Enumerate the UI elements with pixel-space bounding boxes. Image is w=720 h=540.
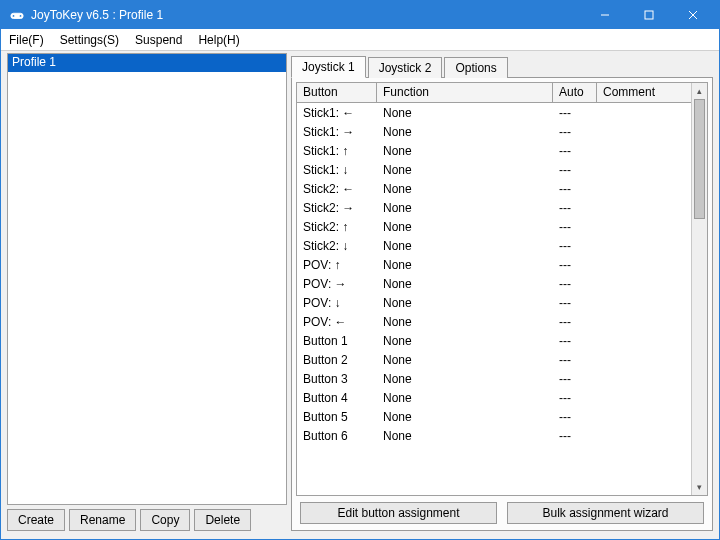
table-row[interactable]: Stick1: ←None---	[297, 103, 691, 122]
cell-auto: ---	[553, 200, 597, 216]
cell-comment	[597, 264, 691, 266]
table-row[interactable]: Button 5None---	[297, 407, 691, 426]
cell-auto: ---	[553, 333, 597, 349]
menu-file[interactable]: File(F)	[1, 29, 52, 50]
window-title: JoyToKey v6.5 : Profile 1	[31, 8, 583, 22]
scroll-up-icon[interactable]: ▴	[692, 83, 707, 99]
cell-auto: ---	[553, 352, 597, 368]
table-row[interactable]: POV: ←None---	[297, 312, 691, 331]
cell-auto: ---	[553, 428, 597, 444]
cell-button: Button 1	[297, 333, 377, 349]
close-button[interactable]	[671, 1, 715, 29]
tab-body: Button Function Auto Comment Stick1: ←No…	[291, 77, 713, 531]
table-row[interactable]: Button 4None---	[297, 388, 691, 407]
cell-function: None	[377, 314, 553, 330]
table-row[interactable]: Stick2: ←None---	[297, 179, 691, 198]
cell-function: None	[377, 105, 553, 121]
cell-comment	[597, 321, 691, 323]
bottom-buttons: Edit button assignment Bulk assignment w…	[296, 496, 708, 526]
right-pane: Joystick 1 Joystick 2 Options Button Fun…	[291, 53, 713, 531]
table-row[interactable]: Stick1: →None---	[297, 122, 691, 141]
cell-function: None	[377, 143, 553, 159]
table-row[interactable]: Button 3None---	[297, 369, 691, 388]
cell-function: None	[377, 371, 553, 387]
menu-help[interactable]: Help(H)	[190, 29, 247, 50]
profile-list[interactable]: Profile 1	[7, 53, 287, 505]
app-window: JoyToKey v6.5 : Profile 1 File(F) Settin…	[0, 0, 720, 540]
cell-function: None	[377, 238, 553, 254]
vertical-scrollbar[interactable]: ▴ ▾	[691, 83, 707, 495]
profile-buttons: Create Rename Copy Delete	[7, 509, 287, 531]
tab-joystick2[interactable]: Joystick 2	[368, 57, 443, 78]
cell-comment	[597, 245, 691, 247]
cell-function: None	[377, 219, 553, 235]
edit-assignment-button[interactable]: Edit button assignment	[300, 502, 497, 524]
tab-joystick1[interactable]: Joystick 1	[291, 56, 366, 78]
copy-button[interactable]: Copy	[140, 509, 190, 531]
menu-settings[interactable]: Settings(S)	[52, 29, 127, 50]
cell-comment	[597, 416, 691, 418]
delete-button[interactable]: Delete	[194, 509, 251, 531]
cell-button: POV: ↑	[297, 257, 377, 273]
cell-auto: ---	[553, 143, 597, 159]
bulk-wizard-button[interactable]: Bulk assignment wizard	[507, 502, 704, 524]
table-row[interactable]: Stick2: ↑None---	[297, 217, 691, 236]
table-row[interactable]: Button 1None---	[297, 331, 691, 350]
create-button[interactable]: Create	[7, 509, 65, 531]
cell-auto: ---	[553, 314, 597, 330]
cell-function: None	[377, 390, 553, 406]
grid-header: Button Function Auto Comment	[297, 83, 691, 103]
menu-suspend[interactable]: Suspend	[127, 29, 190, 50]
cell-button: POV: →	[297, 276, 377, 292]
minimize-button[interactable]	[583, 1, 627, 29]
cell-auto: ---	[553, 390, 597, 406]
cell-auto: ---	[553, 409, 597, 425]
table-row[interactable]: POV: ↓None---	[297, 293, 691, 312]
scroll-thumb[interactable]	[694, 99, 705, 219]
cell-comment	[597, 169, 691, 171]
menubar: File(F) Settings(S) Suspend Help(H)	[1, 29, 719, 51]
cell-comment	[597, 340, 691, 342]
table-row[interactable]: Stick2: ↓None---	[297, 236, 691, 255]
table-row[interactable]: Stick2: →None---	[297, 198, 691, 217]
table-row[interactable]: Button 6None---	[297, 426, 691, 445]
cell-button: Stick1: ↑	[297, 143, 377, 159]
cell-comment	[597, 226, 691, 228]
table-row[interactable]: Stick1: ↓None---	[297, 160, 691, 179]
cell-function: None	[377, 124, 553, 140]
table-row[interactable]: POV: ↑None---	[297, 255, 691, 274]
tab-options[interactable]: Options	[444, 57, 507, 78]
cell-function: None	[377, 276, 553, 292]
table-row[interactable]: POV: →None---	[297, 274, 691, 293]
cell-button: Button 3	[297, 371, 377, 387]
col-header-button[interactable]: Button	[297, 83, 377, 102]
col-header-auto[interactable]: Auto	[553, 83, 597, 102]
cell-button: Button 2	[297, 352, 377, 368]
col-header-comment[interactable]: Comment	[597, 83, 691, 102]
cell-comment	[597, 378, 691, 380]
table-row[interactable]: Button 2None---	[297, 350, 691, 369]
cell-function: None	[377, 352, 553, 368]
maximize-button[interactable]	[627, 1, 671, 29]
cell-comment	[597, 283, 691, 285]
cell-auto: ---	[553, 257, 597, 273]
cell-button: Button 6	[297, 428, 377, 444]
cell-function: None	[377, 200, 553, 216]
cell-auto: ---	[553, 181, 597, 197]
svg-rect-4	[645, 11, 653, 19]
titlebar: JoyToKey v6.5 : Profile 1	[1, 1, 719, 29]
cell-button: POV: ↓	[297, 295, 377, 311]
scroll-down-icon[interactable]: ▾	[692, 479, 707, 495]
col-header-function[interactable]: Function	[377, 83, 553, 102]
cell-button: POV: ←	[297, 314, 377, 330]
cell-comment	[597, 188, 691, 190]
cell-comment	[597, 131, 691, 133]
assignment-grid: Button Function Auto Comment Stick1: ←No…	[296, 82, 708, 496]
cell-auto: ---	[553, 105, 597, 121]
table-row[interactable]: Stick1: ↑None---	[297, 141, 691, 160]
cell-function: None	[377, 162, 553, 178]
cell-button: Stick2: ←	[297, 181, 377, 197]
rename-button[interactable]: Rename	[69, 509, 136, 531]
profile-list-item[interactable]: Profile 1	[8, 54, 286, 72]
cell-auto: ---	[553, 219, 597, 235]
